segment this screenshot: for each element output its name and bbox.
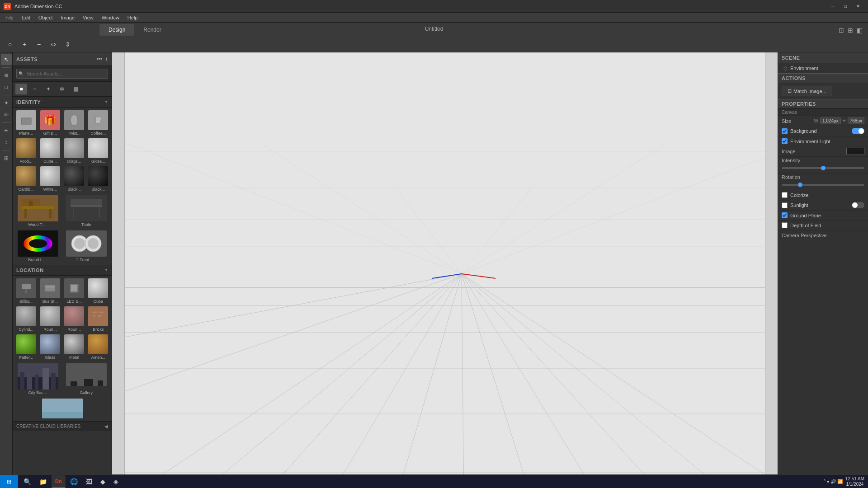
tab-icon-1[interactable]: ⊡ — [839, 27, 844, 34]
asset-coffee[interactable]: Coffee... — [87, 109, 110, 136]
colorize-label[interactable]: Colorize — [790, 192, 808, 198]
menu-window[interactable]: Window — [98, 14, 123, 21]
scene-item-environment[interactable]: ⬡ Environment — [778, 63, 868, 73]
asset-last[interactable] — [14, 398, 110, 419]
match-image-button[interactable]: ⊡ Match Image... — [782, 86, 832, 96]
lt-camera-tool[interactable]: □ — [1, 82, 12, 93]
asset-tab-all[interactable]: ▦ — [70, 84, 81, 94]
ground-plane-checkbox[interactable] — [782, 212, 788, 218]
taskbar-extra2[interactable]: ◈ — [110, 475, 122, 488]
asset-tab-materials[interactable]: ○ — [29, 84, 41, 94]
asset-black1[interactable]: Black... — [63, 165, 86, 192]
lt-paint-tool[interactable]: ✏ — [1, 109, 12, 120]
sunlight-label[interactable]: Sunlight — [790, 202, 808, 208]
asset-round2[interactable]: Roun... — [63, 305, 86, 333]
taskbar-photos[interactable]: 🖼 — [82, 475, 96, 488]
background-label[interactable]: Background — [790, 128, 817, 134]
asset-gloss[interactable]: Gloss... — [87, 137, 110, 164]
maximize-button[interactable]: □ — [839, 0, 852, 13]
asset-city[interactable]: City Backdrop — [14, 362, 62, 396]
asset-plane[interactable]: Plane... — [14, 109, 38, 136]
asset-food[interactable]: Food... — [14, 137, 38, 164]
start-button[interactable]: ⊞ — [0, 475, 18, 488]
tool-remove[interactable]: − — [33, 38, 45, 51]
taskbar-file-explorer[interactable]: 📁 — [36, 475, 51, 488]
asset-wood-table[interactable]: Wood Table — [14, 194, 62, 228]
asset-white[interactable]: White... — [38, 165, 61, 192]
tab-icon-2[interactable]: ⊞ — [848, 27, 853, 34]
menu-edit[interactable]: Edit — [18, 14, 34, 21]
tool-align-v[interactable]: ⇕ — [61, 38, 74, 51]
assets-add-icon[interactable]: + — [105, 56, 108, 62]
tool-select[interactable]: ○ — [4, 38, 16, 51]
asset-glass[interactable]: Glass — [38, 333, 61, 361]
minimize-button[interactable]: ─ — [826, 0, 839, 13]
height-value[interactable]: 768px — [848, 117, 864, 124]
asset-cube[interactable]: Cube... — [38, 137, 61, 164]
asset-brand-logo[interactable]: Brand Logo — [14, 230, 62, 263]
ground-plane-label[interactable]: Ground Plane — [790, 213, 821, 218]
dof-label[interactable]: Depth of Field — [790, 223, 821, 228]
close-button[interactable]: ✕ — [852, 0, 864, 13]
cc-libraries-bar[interactable]: CREATIVE CLOUD LIBRARIES ◀ — [13, 421, 112, 431]
lt-select-tool[interactable]: ↖ — [1, 54, 12, 65]
menu-object[interactable]: Object — [35, 14, 57, 21]
asset-diags[interactable]: Diags... — [63, 137, 86, 164]
asset-table[interactable]: Table — [63, 194, 110, 228]
dof-checkbox[interactable] — [782, 222, 788, 228]
asset-cube2[interactable]: Cube — [87, 277, 110, 305]
viewport[interactable] — [112, 52, 778, 474]
menu-image[interactable]: Image — [57, 14, 79, 21]
asset-panels[interactable]: 2 Front Panels So... — [63, 230, 110, 263]
menu-file[interactable]: File — [2, 14, 17, 21]
background-checkbox[interactable] — [782, 128, 788, 134]
asset-metal[interactable]: Metal — [63, 333, 86, 361]
lt-light-tool[interactable]: ☀ — [1, 125, 12, 136]
identity-header[interactable]: Identity ▼ — [13, 97, 112, 108]
asset-tab-env[interactable]: ✼ — [56, 84, 68, 94]
lt-group-tool[interactable]: ⊞ — [1, 153, 12, 164]
asset-twist[interactable]: Twist... — [63, 109, 86, 136]
env-light-label[interactable]: Environment Light — [790, 139, 830, 144]
asset-tab-models[interactable]: ■ — [15, 84, 27, 94]
intensity-slider[interactable] — [782, 167, 864, 169]
asset-black2[interactable]: Black... — [87, 165, 110, 192]
taskbar-search[interactable]: 🔍 — [20, 475, 35, 488]
taskbar-extra1[interactable]: ◆ — [97, 475, 109, 488]
tab-design[interactable]: Design — [99, 24, 134, 36]
image-swatch[interactable] — [846, 148, 864, 155]
tab-icon-3[interactable]: ◧ — [857, 27, 863, 34]
asset-round1[interactable]: Roun... — [38, 305, 61, 333]
asset-led[interactable]: LED S... — [63, 277, 86, 305]
background-toggle-switch[interactable] — [852, 128, 864, 134]
location-header[interactable]: Location ▼ — [13, 265, 112, 276]
assets-scroll[interactable]: Identity ▼ Plane... 🎁 — [13, 97, 112, 474]
asset-amen[interactable]: Amen... — [87, 333, 110, 361]
rotation-slider[interactable] — [782, 184, 864, 186]
asset-cylinder[interactable]: Cylind... — [14, 305, 38, 333]
menu-help[interactable]: Help — [124, 14, 142, 21]
lt-measure-tool[interactable]: ↕ — [1, 137, 12, 148]
tool-align-h[interactable]: ⇔ — [47, 38, 60, 51]
width-value[interactable]: 1,024px — [820, 117, 841, 124]
menu-view[interactable]: View — [79, 14, 97, 21]
asset-gift[interactable]: 🎁 Gift B... — [38, 109, 61, 136]
tool-add[interactable]: + — [18, 38, 31, 51]
taskbar-chrome[interactable]: 🌐 — [66, 475, 81, 488]
lt-magic-tool[interactable]: ✦ — [1, 98, 12, 108]
search-input[interactable] — [16, 69, 108, 79]
asset-bricks[interactable]: Bricks — [87, 305, 110, 333]
env-light-checkbox[interactable] — [782, 138, 788, 144]
asset-pattern[interactable]: Patter... — [14, 333, 38, 361]
taskbar-adobe-dn[interactable]: Dn — [52, 475, 66, 488]
vp-main[interactable] — [125, 52, 765, 474]
lt-transform-tool[interactable]: ⊕ — [1, 70, 12, 81]
asset-tab-lights[interactable]: ✦ — [42, 84, 54, 94]
sunlight-checkbox[interactable] — [782, 202, 788, 208]
colorize-checkbox[interactable] — [782, 192, 788, 198]
assets-more-icon[interactable]: ••• — [96, 56, 102, 62]
tab-render[interactable]: Render — [134, 24, 170, 36]
asset-gallery[interactable]: Gallery — [63, 362, 110, 396]
sunlight-toggle-switch[interactable] — [852, 202, 864, 208]
asset-bus[interactable]: Bus St... — [38, 277, 61, 305]
